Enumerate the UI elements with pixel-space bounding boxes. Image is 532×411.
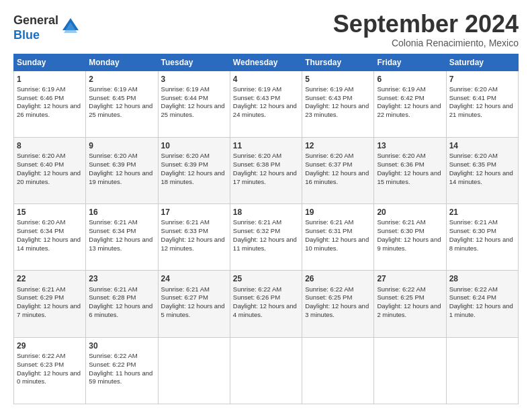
day-number: 14 bbox=[449, 140, 515, 151]
day-number: 23 bbox=[89, 273, 154, 284]
day-cell: 2 Sunrise: 6:19 AM Sunset: 6:45 PM Dayli… bbox=[86, 71, 158, 137]
sunrise-label: Sunrise: 6:21 AM bbox=[233, 218, 281, 226]
day-cell: 8 Sunrise: 6:20 AM Sunset: 6:40 PM Dayli… bbox=[14, 137, 86, 203]
title-area: September 2024 Colonia Renacimiento, Mex… bbox=[333, 11, 519, 48]
sunrise-label: Sunrise: 6:21 AM bbox=[17, 285, 65, 293]
sunset-label: Sunset: 6:38 PM bbox=[233, 161, 280, 168]
header: General Blue September 2024 Colonia Rena… bbox=[13, 11, 519, 48]
day-number: 9 bbox=[89, 140, 154, 151]
daylight-label: Daylight: 12 hours and 6 minutes. bbox=[89, 302, 152, 318]
daylight-label: Daylight: 12 hours and 4 minutes. bbox=[233, 302, 297, 318]
day-number: 30 bbox=[89, 340, 154, 351]
sunset-label: Sunset: 6:26 PM bbox=[233, 293, 280, 301]
daylight-label: Daylight: 11 hours and 59 minutes. bbox=[89, 369, 152, 385]
daylight-label: Daylight: 12 hours and 21 minutes. bbox=[449, 102, 513, 118]
th-friday: Friday bbox=[374, 54, 446, 71]
day-number: 1 bbox=[17, 74, 83, 85]
day-number: 20 bbox=[377, 207, 443, 218]
sunrise-label: Sunrise: 6:19 AM bbox=[89, 85, 137, 93]
sunrise-label: Sunrise: 6:19 AM bbox=[233, 85, 281, 93]
day-number: 25 bbox=[233, 273, 299, 284]
sunrise-label: Sunrise: 6:20 AM bbox=[161, 152, 210, 159]
daylight-label: Daylight: 12 hours and 11 minutes. bbox=[233, 236, 297, 252]
day-cell: 15 Sunrise: 6:20 AM Sunset: 6:34 PM Dayl… bbox=[14, 204, 86, 271]
day-cell: 29 Sunrise: 6:22 AM Sunset: 6:23 PM Dayl… bbox=[14, 337, 86, 404]
sunrise-label: Sunrise: 6:21 AM bbox=[377, 218, 425, 226]
sunrise-label: Sunrise: 6:20 AM bbox=[17, 218, 65, 226]
th-monday: Monday bbox=[86, 54, 158, 71]
sunset-label: Sunset: 6:40 PM bbox=[17, 161, 64, 168]
day-number: 17 bbox=[161, 207, 227, 218]
day-cell: 9 Sunrise: 6:20 AM Sunset: 6:39 PM Dayli… bbox=[86, 137, 158, 203]
daylight-label: Daylight: 12 hours and 26 minutes. bbox=[17, 102, 81, 118]
sunset-label: Sunset: 6:33 PM bbox=[161, 227, 208, 234]
sunrise-label: Sunrise: 6:21 AM bbox=[161, 218, 210, 226]
day-cell: 10 Sunrise: 6:20 AM Sunset: 6:39 PM Dayl… bbox=[158, 137, 230, 203]
day-number: 11 bbox=[233, 140, 299, 151]
sunrise-label: Sunrise: 6:20 AM bbox=[377, 152, 425, 159]
logo-icon bbox=[61, 17, 80, 38]
day-number: 29 bbox=[17, 340, 83, 351]
day-number: 8 bbox=[17, 140, 83, 151]
sunrise-label: Sunrise: 6:19 AM bbox=[17, 85, 65, 93]
daylight-label: Daylight: 12 hours and 25 minutes. bbox=[89, 102, 152, 118]
day-cell: 18 Sunrise: 6:21 AM Sunset: 6:32 PM Dayl… bbox=[230, 204, 302, 271]
day-cell: 25 Sunrise: 6:22 AM Sunset: 6:26 PM Dayl… bbox=[230, 271, 302, 337]
sunrise-label: Sunrise: 6:20 AM bbox=[449, 85, 498, 93]
day-number: 12 bbox=[305, 140, 371, 151]
daylight-label: Daylight: 12 hours and 12 minutes. bbox=[161, 236, 225, 252]
day-cell: 27 Sunrise: 6:22 AM Sunset: 6:25 PM Dayl… bbox=[374, 271, 446, 337]
daylight-label: Daylight: 12 hours and 19 minutes. bbox=[89, 169, 152, 185]
day-number: 5 bbox=[305, 74, 371, 85]
sunset-label: Sunset: 6:25 PM bbox=[377, 293, 424, 301]
sunset-label: Sunset: 6:23 PM bbox=[17, 361, 64, 368]
sunrise-label: Sunrise: 6:20 AM bbox=[233, 152, 281, 159]
sunset-label: Sunset: 6:30 PM bbox=[377, 227, 424, 234]
sunrise-label: Sunrise: 6:22 AM bbox=[377, 285, 425, 293]
day-number: 18 bbox=[233, 207, 299, 218]
daylight-label: Daylight: 12 hours and 0 minutes. bbox=[17, 369, 81, 385]
sunrise-label: Sunrise: 6:21 AM bbox=[89, 218, 137, 226]
th-wednesday: Wednesday bbox=[230, 54, 302, 71]
daylight-label: Daylight: 12 hours and 17 minutes. bbox=[233, 169, 297, 185]
day-cell: 7 Sunrise: 6:20 AM Sunset: 6:41 PM Dayli… bbox=[446, 71, 518, 137]
header-row: Sunday Monday Tuesday Wednesday Thursday… bbox=[14, 54, 519, 71]
daylight-label: Daylight: 12 hours and 7 minutes. bbox=[17, 302, 81, 318]
sunset-label: Sunset: 6:35 PM bbox=[449, 161, 496, 168]
sunrise-label: Sunrise: 6:21 AM bbox=[89, 285, 137, 293]
sunrise-label: Sunrise: 6:21 AM bbox=[161, 285, 210, 293]
day-cell bbox=[302, 337, 374, 404]
sunrise-label: Sunrise: 6:22 AM bbox=[305, 285, 353, 293]
day-cell: 12 Sunrise: 6:20 AM Sunset: 6:37 PM Dayl… bbox=[302, 137, 374, 203]
day-cell: 4 Sunrise: 6:19 AM Sunset: 6:43 PM Dayli… bbox=[230, 71, 302, 137]
daylight-label: Daylight: 12 hours and 24 minutes. bbox=[233, 102, 297, 118]
daylight-label: Daylight: 12 hours and 14 minutes. bbox=[17, 236, 81, 252]
sunrise-label: Sunrise: 6:22 AM bbox=[17, 352, 65, 359]
day-number: 4 bbox=[233, 74, 299, 85]
sunset-label: Sunset: 6:41 PM bbox=[449, 94, 496, 101]
daylight-label: Daylight: 12 hours and 23 minutes. bbox=[305, 102, 369, 118]
daylight-label: Daylight: 12 hours and 3 minutes. bbox=[305, 302, 369, 318]
daylight-label: Daylight: 12 hours and 16 minutes. bbox=[305, 169, 369, 185]
week-row-1: 8 Sunrise: 6:20 AM Sunset: 6:40 PM Dayli… bbox=[14, 137, 519, 203]
sunrise-label: Sunrise: 6:22 AM bbox=[89, 352, 137, 359]
sunset-label: Sunset: 6:43 PM bbox=[233, 94, 280, 101]
sunset-label: Sunset: 6:22 PM bbox=[89, 361, 136, 368]
sunset-label: Sunset: 6:32 PM bbox=[233, 227, 280, 234]
sunset-label: Sunset: 6:42 PM bbox=[377, 94, 424, 101]
page: General Blue September 2024 Colonia Rena… bbox=[0, 0, 532, 411]
sunset-label: Sunset: 6:28 PM bbox=[89, 293, 136, 301]
sunset-label: Sunset: 6:46 PM bbox=[17, 94, 64, 101]
daylight-label: Daylight: 12 hours and 25 minutes. bbox=[161, 102, 225, 118]
sunset-label: Sunset: 6:39 PM bbox=[161, 161, 208, 168]
sunrise-label: Sunrise: 6:19 AM bbox=[377, 85, 425, 93]
sunrise-label: Sunrise: 6:22 AM bbox=[449, 285, 498, 293]
daylight-label: Daylight: 12 hours and 8 minutes. bbox=[449, 236, 513, 252]
daylight-label: Daylight: 12 hours and 1 minute. bbox=[449, 302, 513, 318]
daylight-label: Daylight: 12 hours and 14 minutes. bbox=[449, 169, 513, 185]
day-number: 26 bbox=[305, 273, 371, 284]
sunrise-label: Sunrise: 6:21 AM bbox=[449, 218, 498, 226]
day-cell: 28 Sunrise: 6:22 AM Sunset: 6:24 PM Dayl… bbox=[446, 271, 518, 337]
sunset-label: Sunset: 6:30 PM bbox=[449, 227, 496, 234]
day-number: 10 bbox=[161, 140, 227, 151]
